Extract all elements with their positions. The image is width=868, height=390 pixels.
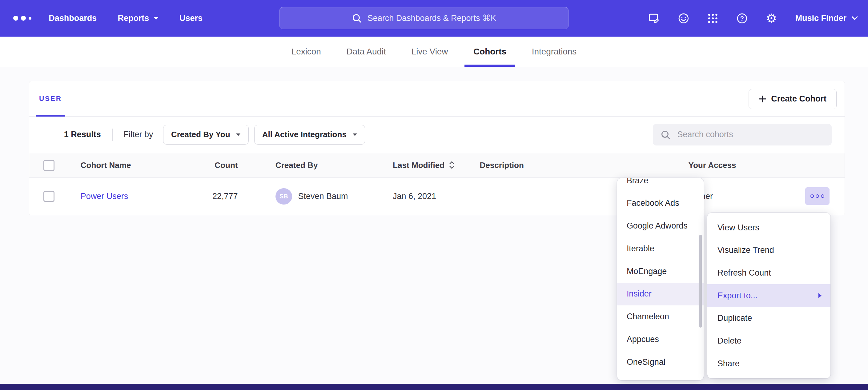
menu-item-visualize-trend[interactable]: Visualize Trend (707, 239, 830, 262)
menu-item-duplicate[interactable]: Duplicate (707, 307, 830, 330)
app-window: Dashboards Reports Users Search Dashboar… (0, 0, 868, 390)
submenu-item-onesignal[interactable]: OneSignal (617, 351, 704, 373)
menu-item-refresh-count[interactable]: Refresh Count (707, 262, 830, 285)
menu-item-delete[interactable]: Delete (707, 330, 830, 353)
col-header-created-by[interactable]: Created By (238, 161, 393, 170)
menu-item-label: Visualize Trend (717, 246, 774, 255)
row-actions-button[interactable] (805, 187, 830, 205)
workspace-label: Music Finder (795, 13, 846, 23)
workspace-switcher[interactable]: Music Finder (795, 13, 858, 23)
row-actions-menu: View Users Visualize Trend Refresh Count… (707, 213, 830, 378)
support-smiley-icon[interactable] (677, 12, 690, 25)
tab-user-cohorts[interactable]: USER (36, 81, 65, 116)
ellipsis-icon (816, 194, 819, 198)
cohort-search-field[interactable] (653, 124, 832, 145)
col-header-label: Created By (276, 161, 318, 170)
created-by-name: Steven Baum (298, 192, 348, 201)
export-submenu-list: Braze Facebook Ads Google Adwords Iterab… (617, 178, 704, 373)
cohort-count: 22,777 (198, 192, 238, 201)
menu-item-label: Share (717, 359, 740, 368)
nav-item-label: Dashboards (49, 13, 97, 23)
cohorts-card-header: USER Create Cohort (29, 81, 845, 117)
caret-down-icon (154, 17, 158, 20)
nav-item-dashboards[interactable]: Dashboards (49, 13, 97, 23)
apps-grid-icon[interactable] (706, 12, 719, 25)
filter-by-label: Filter by (123, 130, 153, 139)
nav-item-users[interactable]: Users (180, 13, 203, 23)
submenu-item-moengage[interactable]: MoEngage (617, 260, 704, 283)
tab-data-audit[interactable]: Data Audit (338, 37, 395, 67)
submenu-item-google-adwords[interactable]: Google Adwords (617, 215, 704, 237)
submenu-scrollbar[interactable] (699, 235, 702, 328)
avatar: SB (276, 188, 292, 205)
help-icon[interactable]: ? (735, 12, 749, 25)
menu-item-export-to[interactable]: Export to... (707, 284, 830, 307)
tab-cohorts[interactable]: Cohorts (464, 37, 515, 67)
filter-bar: 1 Results Filter by Created By You All A… (29, 117, 845, 153)
cohort-search-input[interactable] (676, 129, 824, 140)
global-search-placeholder: Search Dashboards & Reports ⌘K (368, 13, 496, 23)
menu-item-share[interactable]: Share (707, 353, 830, 375)
created-by-cell: SB Steven Baum (238, 188, 393, 205)
top-nav-items: Dashboards Reports Users (49, 13, 203, 23)
tab-live-view[interactable]: Live View (403, 37, 457, 67)
top-nav-right: ? ⚙ Music Finder (647, 12, 858, 25)
tab-integrations[interactable]: Integrations (523, 37, 585, 67)
top-nav: Dashboards Reports Users Search Dashboar… (0, 0, 868, 37)
settings-gear-icon[interactable]: ⚙ (765, 12, 778, 25)
mixpanel-logo-icon[interactable] (13, 16, 32, 21)
divider (112, 129, 113, 141)
menu-item-label: Delete (717, 336, 742, 346)
create-cohort-label: Create Cohort (771, 94, 827, 104)
nav-item-reports[interactable]: Reports (118, 13, 158, 23)
global-search-button[interactable]: Search Dashboards & Reports ⌘K (279, 7, 568, 29)
create-cohort-button[interactable]: Create Cohort (749, 89, 837, 109)
feedback-icon[interactable] (647, 12, 660, 25)
caret-down-icon (236, 133, 240, 136)
search-icon (660, 130, 671, 140)
col-header-count[interactable]: Count (198, 161, 238, 170)
nav-item-label: Users (180, 13, 203, 23)
main-content: USER Create Cohort 1 Results Filter by C… (0, 67, 868, 390)
submenu-item-iterable[interactable]: Iterable (617, 237, 704, 260)
filter-integrations-value: All Active Integrations (262, 130, 347, 139)
col-header-label: Last Modified (393, 161, 444, 170)
submenu-item-facebook-ads[interactable]: Facebook Ads (617, 192, 704, 215)
nav-item-label: Reports (118, 13, 149, 23)
caret-down-icon (353, 133, 357, 136)
filter-created-by-dropdown[interactable]: Created By You (163, 125, 249, 145)
tab-label: Live View (411, 47, 448, 57)
select-all-checkbox[interactable] (43, 160, 55, 171)
chevron-right-icon (818, 293, 822, 298)
col-header-cohort-name[interactable]: Cohort Name (68, 161, 198, 170)
filter-created-by-value: Created By You (171, 130, 230, 139)
menu-item-label: View Users (717, 223, 760, 232)
cohort-name-link[interactable]: Power Users (81, 192, 128, 201)
submenu-item-insider[interactable]: Insider (617, 283, 704, 305)
submenu-item-braze[interactable]: Braze (617, 178, 704, 192)
tab-lexicon[interactable]: Lexicon (283, 37, 330, 67)
export-submenu: Braze Facebook Ads Google Adwords Iterab… (617, 178, 704, 380)
user-tab-label: USER (39, 95, 62, 103)
submenu-item-appcues[interactable]: Appcues (617, 328, 704, 351)
tab-label: Lexicon (291, 47, 321, 57)
tab-label: Data Audit (346, 47, 386, 57)
col-header-description[interactable]: Description (479, 161, 688, 170)
chevron-down-icon (851, 16, 858, 20)
svg-text:?: ? (740, 15, 744, 22)
filter-integrations-dropdown[interactable]: All Active Integrations (254, 125, 365, 145)
results-count: 1 Results (64, 130, 101, 139)
col-header-your-access[interactable]: Your Access (688, 161, 845, 170)
menu-item-label: Duplicate (717, 314, 752, 323)
submenu-item-chameleon[interactable]: Chameleon (617, 305, 704, 328)
menu-item-label: Export to... (717, 291, 757, 300)
tab-label: Cohorts (473, 47, 506, 57)
ellipsis-icon (821, 194, 824, 198)
menu-item-view-users[interactable]: View Users (707, 216, 830, 239)
table-header: Cohort Name Count Created By Last Modifi… (29, 153, 845, 178)
col-header-last-modified[interactable]: Last Modified (393, 161, 479, 170)
row-checkbox[interactable] (43, 191, 55, 202)
section-tabs: Lexicon Data Audit Live View Cohorts Int… (0, 37, 868, 67)
sort-icon[interactable] (449, 161, 455, 169)
ellipsis-icon (810, 194, 814, 198)
